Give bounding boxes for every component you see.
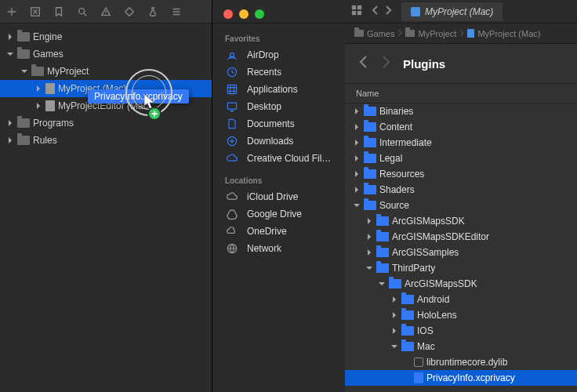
folder-icon (401, 310, 414, 320)
disclosure-icon[interactable] (390, 296, 398, 303)
browser-item-intermediate[interactable]: Intermediate (345, 135, 577, 151)
plus-icon[interactable] (6, 6, 17, 17)
browser-item-content[interactable]: Content (345, 119, 577, 135)
browser-item-source[interactable]: Source (345, 198, 577, 213)
tab-forward-icon[interactable] (384, 5, 392, 19)
disclosure-icon[interactable] (365, 217, 373, 225)
disclosure-icon[interactable] (353, 139, 361, 147)
browser-item-android[interactable]: Android (345, 292, 577, 307)
folder-icon (376, 248, 389, 257)
browser-item-arcgismapssdkeditor[interactable]: ArcGISMapsSDKEditor (345, 229, 577, 245)
x-square-icon[interactable] (30, 6, 41, 17)
finder-item-applications[interactable]: Applications (212, 81, 345, 98)
tree-item-games[interactable]: Games (0, 45, 212, 63)
editor-tab[interactable]: MyProject (Mac) (401, 2, 503, 21)
browser-item-resources[interactable]: Resources (345, 166, 577, 182)
finder-item-label: iCloud Drive (247, 191, 298, 202)
clock-icon (225, 65, 239, 79)
browser-item-legal[interactable]: Legal (345, 151, 577, 166)
zoom-window-button[interactable] (255, 9, 264, 19)
browser-item-hololens[interactable]: HoloLens (345, 307, 577, 323)
disclosure-icon[interactable] (20, 67, 28, 75)
tree-item-label: Engine (33, 31, 62, 42)
browser-item-arcgismapssdk[interactable]: ArcGISMapsSDK (345, 213, 577, 229)
finder-item-documents[interactable]: Documents (212, 115, 345, 132)
disclosure-icon[interactable] (365, 264, 373, 272)
browser-item-libruntimecore-dylib[interactable]: libruntimecore.dylib (345, 354, 577, 370)
disclosure-icon[interactable] (34, 102, 42, 110)
disclosure-icon[interactable] (353, 186, 361, 194)
disclosure-icon[interactable] (6, 33, 14, 41)
close-window-button[interactable] (223, 9, 233, 19)
apps-icon (225, 82, 239, 96)
disclosure-icon[interactable] (353, 154, 361, 162)
column-name[interactable]: Name (345, 84, 577, 103)
browser-item-privacyinfo-xcprivacy[interactable]: PrivacyInfo.xcprivacy (345, 370, 577, 386)
finder-item-network[interactable]: Network (212, 240, 345, 257)
disclosure-icon[interactable] (353, 107, 361, 115)
finder-sidebar: Favorites AirDropRecentsApplicationsDesk… (212, 0, 345, 392)
flask-icon[interactable] (147, 6, 158, 17)
breadcrumb-item[interactable]: Games (354, 29, 394, 38)
tree-item-programs[interactable]: Programs (0, 114, 212, 132)
grid-icon[interactable] (351, 5, 362, 19)
finder-item-onedrive[interactable]: OneDrive (212, 223, 345, 240)
disclosure-icon[interactable] (353, 170, 361, 178)
browser-item-arcgismapssdk[interactable]: ArcGISMapsSDK (345, 276, 577, 292)
finder-item-label: Documents (247, 118, 295, 129)
browser-item-arcgissamples[interactable]: ArcGISSamples (345, 245, 577, 260)
browser-item-thirdparty[interactable]: ThirdParty (345, 260, 577, 276)
breadcrumb-item[interactable]: MyProject (405, 29, 456, 38)
search-icon[interactable] (77, 6, 88, 17)
disclosure-icon[interactable] (6, 50, 14, 58)
disclosure-icon[interactable] (390, 343, 398, 350)
disclosure-icon[interactable] (390, 311, 398, 319)
diamond-icon[interactable] (124, 6, 135, 17)
browser-item-ios[interactable]: IOS (345, 323, 577, 339)
disclosure-icon[interactable] (365, 249, 373, 256)
browser-forward-button[interactable] (381, 55, 390, 72)
file-icon (45, 100, 55, 111)
disclosure-icon[interactable] (6, 119, 14, 127)
tree-item-rules[interactable]: Rules (0, 132, 212, 149)
browser-item-label: Mac (417, 341, 435, 352)
folder-icon (17, 118, 30, 128)
finder-item-google-drive[interactable]: Google Drive (212, 205, 345, 223)
svg-rect-8 (352, 5, 356, 9)
tabs-bar: MyProject (Mac) (345, 0, 577, 24)
finder-item-label: Google Drive (247, 209, 302, 220)
disclosure-icon[interactable] (353, 201, 361, 209)
folder-icon (376, 216, 389, 226)
finder-item-recents[interactable]: Recents (212, 64, 345, 81)
browser-item-mac[interactable]: Mac (345, 339, 577, 354)
finder-item-creative-cloud-fil-[interactable]: Creative Cloud Fil… (212, 150, 345, 167)
browser-item-label: ThirdParty (392, 263, 435, 274)
breadcrumb-item[interactable]: MyProject (Mac) (467, 29, 540, 38)
warning-icon[interactable] (100, 6, 111, 17)
checkbox[interactable] (414, 358, 423, 367)
tree-item-myproject[interactable]: MyProject (0, 63, 212, 80)
folder-icon (17, 49, 30, 59)
disclosure-icon[interactable] (378, 280, 386, 288)
link-icon[interactable] (171, 6, 182, 17)
disclosure-icon[interactable] (6, 136, 14, 144)
window-controls (212, 0, 345, 28)
browser-item-label: Legal (379, 153, 402, 164)
browser-header: Plugins (345, 44, 577, 84)
finder-item-desktop[interactable]: Desktop (212, 98, 345, 115)
bookmark-icon[interactable] (53, 6, 64, 17)
finder-item-icloud-drive[interactable]: iCloud Drive (212, 188, 345, 205)
tree-item-engine[interactable]: Engine (0, 28, 212, 45)
minimize-window-button[interactable] (239, 9, 249, 19)
disclosure-icon[interactable] (390, 327, 398, 335)
folder-icon (364, 138, 376, 147)
browser-back-button[interactable] (359, 55, 368, 72)
finder-item-airdrop[interactable]: AirDrop (212, 46, 345, 64)
tab-back-icon[interactable] (372, 5, 379, 19)
disclosure-icon[interactable] (365, 233, 373, 241)
disclosure-icon[interactable] (353, 123, 361, 131)
browser-item-binaries[interactable]: Binaries (345, 103, 577, 119)
finder-item-downloads[interactable]: Downloads (212, 132, 345, 150)
disclosure-icon[interactable] (34, 85, 42, 93)
browser-item-shaders[interactable]: Shaders (345, 182, 577, 198)
